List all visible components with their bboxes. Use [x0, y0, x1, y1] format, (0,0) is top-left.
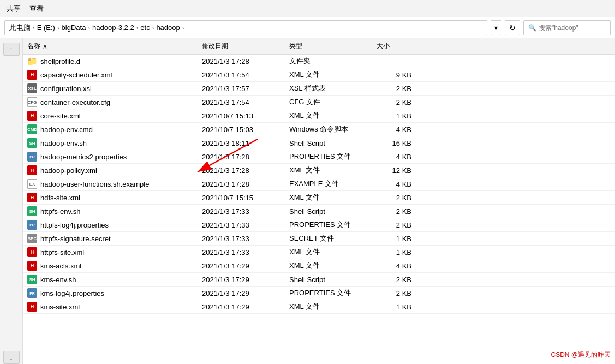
- file-label: hadoop-env.cmd: [40, 126, 93, 134]
- file-name-cell: PR kms-log4j.properties: [23, 288, 198, 298]
- file-name-cell: 📁 shellprofile.d: [23, 56, 198, 66]
- file-label: kms-acls.xml: [40, 262, 81, 270]
- folder-icon: 📁: [27, 56, 38, 66]
- breadcrumb-dropdown[interactable]: ▾: [491, 20, 501, 35]
- file-type: Shell Script: [285, 139, 372, 147]
- breadcrumb-drive[interactable]: E (E:): [37, 23, 55, 32]
- sidebar-up-button[interactable]: ↑: [3, 43, 20, 56]
- table-row[interactable]: CFG container-executor.cfg 2021/1/3 17:5…: [23, 96, 615, 109]
- file-label: container-executor.cfg: [40, 98, 110, 106]
- breadcrumb[interactable]: 此电脑 › E (E:) › bigData › hadoop-3.2.2 › …: [4, 20, 487, 35]
- toolbar-view[interactable]: 查看: [29, 4, 44, 14]
- toolbar-share[interactable]: 共享: [7, 4, 21, 14]
- breadcrumb-current[interactable]: hadoop: [156, 23, 180, 32]
- file-type: PROPERTIES 文件: [285, 152, 372, 162]
- watermark: CSDN @遇见的昨天: [551, 350, 611, 360]
- file-type: EXAMPLE 文件: [285, 179, 372, 189]
- refresh-button[interactable]: ↻: [505, 20, 520, 35]
- table-row[interactable]: PR httpfs-log4j.properties 2021/1/3 17:3…: [23, 218, 615, 232]
- file-name-cell: SH kms-env.sh: [23, 275, 198, 284]
- table-row[interactable]: H hdfs-site.xml 2021/10/7 15:15 XML 文件 2…: [23, 191, 615, 205]
- file-size: 9 KB: [372, 71, 416, 79]
- table-row[interactable]: 📁 shellprofile.d 2021/1/3 17:28 文件夹: [23, 55, 615, 68]
- table-row[interactable]: H hadoop-policy.xml 2021/1/3 17:28 XML 文…: [23, 164, 615, 177]
- column-headers: 名称 ∧ 修改日期 类型 大小: [23, 38, 615, 55]
- table-row[interactable]: H kms-site.xml 2021/1/3 17:29 XML 文件 1 K…: [23, 300, 615, 314]
- xml-icon: H: [27, 302, 37, 312]
- file-icon: H: [27, 261, 37, 271]
- file-icon: CFG: [27, 97, 37, 107]
- file-type: PROPERTIES 文件: [285, 220, 372, 230]
- file-label: kms-site.xml: [40, 303, 80, 311]
- main-layout: ↑ ↓ 名称 ∧ 修改日期 类型 大小 📁 shellprofile.d: [0, 38, 615, 364]
- file-type: XML 文件: [285, 111, 372, 121]
- file-name-cell: SEC httpfs-signature.secret: [23, 234, 198, 243]
- file-label: httpfs-log4j.properties: [40, 221, 109, 229]
- sidebar-down-button[interactable]: ↓: [3, 351, 20, 364]
- file-date: 2021/1/3 17:33: [198, 235, 285, 243]
- file-icon: EX: [27, 179, 37, 189]
- file-name-cell: H hadoop-policy.xml: [23, 165, 198, 175]
- file-type: XSL 样式表: [285, 83, 372, 93]
- file-size: 2 KB: [372, 98, 416, 106]
- col-header-size[interactable]: 大小: [372, 40, 416, 52]
- file-type: XML 文件: [285, 247, 372, 257]
- file-label: hadoop-policy.xml: [40, 166, 97, 175]
- file-label: hadoop-metrics2.properties: [40, 153, 127, 161]
- xml-icon: H: [27, 111, 37, 121]
- file-label: hadoop-user-functions.sh.example: [40, 180, 149, 188]
- table-row[interactable]: PR kms-log4j.properties 2021/1/3 17:29 P…: [23, 287, 615, 300]
- table-row[interactable]: XSL configuration.xsl 2021/1/3 17:57 XSL…: [23, 82, 615, 96]
- file-name-cell: SH httpfs-env.sh: [23, 206, 198, 216]
- file-type: 文件夹: [285, 56, 372, 66]
- col-header-type[interactable]: 类型: [285, 40, 372, 52]
- file-date: 2021/1/3 18:11: [198, 139, 285, 147]
- col-header-name[interactable]: 名称 ∧: [23, 40, 198, 52]
- file-name-cell: EX hadoop-user-functions.sh.example: [23, 179, 198, 189]
- table-row[interactable]: SH kms-env.sh 2021/1/3 17:29 Shell Scrip…: [23, 273, 615, 287]
- file-date: 2021/1/3 17:28: [198, 166, 285, 175]
- file-label: httpfs-env.sh: [40, 207, 80, 216]
- breadcrumb-hadoop[interactable]: hadoop-3.2.2: [92, 23, 134, 32]
- table-row[interactable]: H httpfs-site.xml 2021/1/3 17:33 XML 文件 …: [23, 246, 615, 259]
- table-row[interactable]: SH hadoop-env.sh 2021/1/3 18:11 Shell Sc…: [23, 136, 615, 150]
- file-name-cell: CFG container-executor.cfg: [23, 97, 198, 107]
- file-name-cell: CMD hadoop-env.cmd: [23, 124, 198, 134]
- xml-icon: H: [27, 261, 37, 271]
- col-header-date[interactable]: 修改日期: [198, 40, 285, 52]
- file-label: hdfs-site.xml: [40, 194, 80, 202]
- file-icon: XSL: [27, 83, 37, 93]
- breadcrumb-pc[interactable]: 此电脑: [9, 23, 31, 33]
- cfg-icon: CFG: [27, 97, 37, 107]
- file-name-cell: H core-site.xml: [23, 111, 198, 121]
- breadcrumb-bigdata[interactable]: bigData: [62, 23, 86, 32]
- table-row[interactable]: H capacity-scheduler.xml 2021/1/3 17:54 …: [23, 68, 615, 82]
- file-label: capacity-scheduler.xml: [40, 71, 112, 79]
- table-row[interactable]: PR hadoop-metrics2.properties 2021/1/3 1…: [23, 150, 615, 164]
- file-type: Windows 命令脚本: [285, 124, 372, 134]
- file-label: core-site.xml: [40, 112, 81, 120]
- table-row[interactable]: EX hadoop-user-functions.sh.example 2021…: [23, 177, 615, 191]
- file-icon: SEC: [27, 234, 37, 243]
- table-row[interactable]: H kms-acls.xml 2021/1/3 17:29 XML 文件 4 K…: [23, 259, 615, 273]
- table-row[interactable]: CMD hadoop-env.cmd 2021/10/7 15:03 Windo…: [23, 123, 615, 136]
- file-label: hadoop-env.sh: [40, 139, 87, 147]
- table-row[interactable]: SEC httpfs-signature.secret 2021/1/3 17:…: [23, 232, 615, 246]
- breadcrumb-etc[interactable]: etc: [140, 23, 150, 32]
- file-label: kms-log4j.properties: [40, 289, 104, 297]
- file-size: 12 KB: [372, 166, 416, 175]
- search-box[interactable]: 🔍: [523, 20, 611, 35]
- file-name-cell: H hdfs-site.xml: [23, 193, 198, 202]
- file-date: 2021/1/3 17:33: [198, 221, 285, 229]
- file-type: XML 文件: [285, 70, 372, 80]
- table-row[interactable]: SH httpfs-env.sh 2021/1/3 17:33 Shell Sc…: [23, 205, 615, 218]
- file-size: 1 KB: [372, 112, 416, 120]
- file-name-cell: H kms-acls.xml: [23, 261, 198, 271]
- table-row[interactable]: H core-site.xml 2021/10/7 15:13 XML 文件 1…: [23, 109, 615, 123]
- file-icon: H: [27, 247, 37, 257]
- file-area[interactable]: 名称 ∧ 修改日期 类型 大小 📁 shellprofile.d 2021/1/…: [23, 38, 615, 364]
- search-icon: 🔍: [528, 24, 536, 32]
- file-date: 2021/10/7 15:15: [198, 194, 285, 202]
- sh-icon: SH: [27, 275, 37, 284]
- search-input[interactable]: [539, 24, 604, 32]
